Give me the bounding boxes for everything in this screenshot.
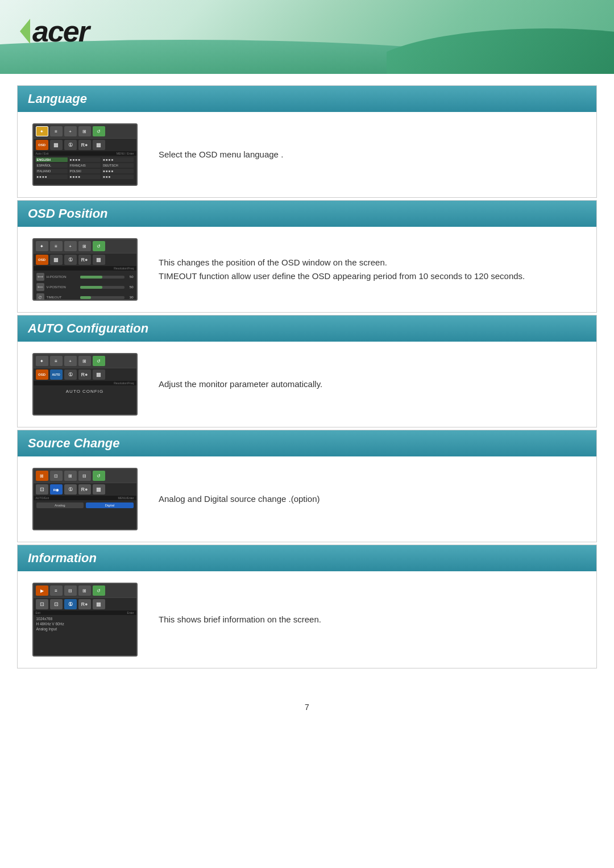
- info-input: Analog Input: [36, 627, 134, 631]
- pos-icon-b3: R●: [78, 255, 91, 265]
- v-pos-icon: ⟸: [36, 283, 44, 291]
- page-header: acer: [0, 0, 614, 74]
- osd-auto-exit-label: Auto / Exit: [36, 152, 49, 155]
- timeout-bar-bg: [80, 296, 125, 299]
- info-icon-i5: ↺: [93, 585, 105, 596]
- page-number: 7: [305, 703, 309, 712]
- osd-position-text-line2: TIMEOUT function allow user define the O…: [159, 271, 525, 281]
- osd-position-title: OSD Position: [28, 206, 108, 221]
- icon-b1: ▦: [50, 140, 63, 150]
- language-description: Select the OSD menu language .: [159, 148, 586, 161]
- info-icon-b4: R●: [78, 599, 91, 609]
- osd-bottom-icon-bar: OSD ▦ ① R● ▦: [34, 138, 136, 151]
- lang-francais: FRANÇAIS: [69, 163, 101, 168]
- src-icon-b2: R◉: [50, 484, 63, 495]
- auto-icon-menu: ≡: [50, 356, 63, 366]
- h-pos-icon: ⟺: [36, 273, 44, 281]
- src-auto-exit-label: AUTO/Exit: [36, 496, 49, 500]
- language-section-header: Language: [18, 86, 596, 112]
- source-change-mockup: ⊠ ⊡ ⊞ ⊟ ↺ ⊡ R◉ ① R● ▦ AUTO/Exit: [32, 468, 138, 530]
- lang-dots6: ■ ■ ■: [102, 175, 134, 179]
- auto-icon-power: ↺: [93, 356, 105, 366]
- source-change-header: Source Change: [18, 430, 596, 456]
- info-exit-label: Exit: [36, 611, 40, 614]
- pos-icon-b2: ①: [64, 255, 77, 265]
- language-grid: ENGLISH ■ ■ ■ ■ ■ ■ ■ ■ ESPAÑOL FRANÇAIS…: [34, 156, 136, 181]
- information-header: Information: [18, 545, 596, 571]
- pos-icon-power: ↺: [93, 241, 105, 251]
- auto-icon-osd: OSD: [36, 369, 48, 380]
- pos-icon-b4: ▦: [93, 255, 105, 265]
- info-icon-b1: ⊡: [36, 599, 48, 609]
- pos-icon-b1: ▦: [50, 255, 63, 265]
- source-change-title: Source Change: [28, 436, 119, 450]
- auto-config-title: AUTO Configuration: [28, 321, 148, 335]
- timeout-icon: ⏱: [36, 293, 44, 301]
- information-body: ▶ ≡ ⊟ ⊞ ↺ ⊡ ⊡ ① R● ▦ Exit: [18, 571, 596, 668]
- osd-position-description: This changes the position of the OSD win…: [159, 256, 586, 283]
- pos-icon-grid: ⊞: [78, 241, 91, 251]
- info-icon-b5: ▦: [93, 599, 105, 609]
- src-digital-btn: Digital: [86, 502, 134, 508]
- src-icon-s5: ↺: [93, 471, 105, 481]
- icon-plus: +: [64, 126, 77, 136]
- src-icon-b1: ⊡: [36, 484, 48, 495]
- icon-b4: ▦: [93, 140, 105, 150]
- v-pos-bar-fill: [80, 286, 102, 289]
- src-icon-s3: ⊞: [64, 471, 77, 481]
- auto-config-header: AUTO Configuration: [18, 315, 596, 342]
- lang-deutsch: DEUTSCH: [102, 163, 134, 168]
- source-change-section: Source Change ⊠ ⊡ ⊞ ⊟ ↺ ⊡ R◉ ①: [17, 430, 597, 542]
- v-pos-bar-bg: [80, 286, 125, 289]
- src-icon-b4: R●: [78, 484, 91, 495]
- source-change-description: Analog and Digital source change .(optio…: [159, 492, 586, 506]
- lang-english: ENGLISH: [36, 157, 68, 162]
- auto-icon-auto: AUTO: [50, 369, 63, 380]
- information-title: Information: [28, 551, 97, 565]
- info-icon-i3: ⊟: [64, 585, 77, 596]
- information-section: Information ▶ ≡ ⊟ ⊞ ↺ ⊡ ⊡ ① R●: [17, 545, 597, 668]
- language-section-body: ✦ ≡ + ⊞ ↺ OSD ▦ ① R● ▦ Auto / Exit: [18, 112, 596, 197]
- src-nav-bar: AUTO/Exit MENU/Enter: [34, 496, 136, 500]
- pos-top-icon-bar: ✦ ≡ + ⊞ ↺: [34, 239, 136, 253]
- src-analog-btn: Analog: [36, 502, 84, 508]
- pos-icon-settings: ✦: [36, 241, 48, 251]
- icon-b3: R●: [78, 140, 91, 150]
- auto-icon-plus: +: [64, 356, 77, 366]
- osd-menu-enter-label: MENU / Enter: [117, 152, 134, 155]
- info-nav-bar: Exit Enter: [34, 610, 136, 615]
- osd-top-icon-bar: ✦ ≡ + ⊞ ↺: [34, 124, 136, 138]
- timeout-value: 30: [127, 296, 134, 299]
- info-content-block: 1024x768 H 48KHz V 60Hz Analog Input: [34, 615, 136, 634]
- auto-config-image: ✦ ≡ + ⊞ ↺ OSD AUTO ① R● ▦ Resolution/Fre…: [28, 353, 142, 416]
- language-section: Language ✦ ≡ + ⊞ ↺ OSD ▦ ①: [17, 85, 597, 198]
- auto-nav-label: Resolution/Freq: [34, 381, 136, 385]
- osd-position-image: ✦ ≡ + ⊞ ↺ OSD ▦ ① R● ▦ Resolution/Freq: [28, 238, 142, 301]
- icon-settings: ✦: [36, 126, 48, 136]
- v-position-row: ⟸ V-POSITION 50: [36, 283, 134, 291]
- h-pos-value: 50: [127, 275, 134, 279]
- info-enter-label: Enter: [127, 611, 134, 614]
- osd-nav-labels: Auto / Exit MENU / Enter: [34, 151, 136, 156]
- auto-bottom-icon-bar: OSD AUTO ① R● ▦: [34, 368, 136, 381]
- info-icon-i1: ▶: [36, 585, 48, 596]
- src-icon-b5: ▦: [93, 484, 105, 495]
- icon-osd: OSD: [36, 140, 48, 150]
- h-position-row: ⟺ H-POSITION 50: [36, 273, 134, 281]
- pos-icon-osd: OSD: [36, 255, 48, 265]
- src-top-icon-bar-row1: ⊠ ⊡ ⊞ ⊟ ↺: [34, 469, 136, 483]
- icon-grid: ⊞: [78, 126, 91, 136]
- timeout-row: ⏱ TIMEOUT 30: [36, 293, 134, 301]
- source-change-image: ⊠ ⊡ ⊞ ⊟ ↺ ⊡ R◉ ① R● ▦ AUTO/Exit: [28, 468, 142, 530]
- h-pos-bar-fill: [80, 276, 102, 279]
- pos-icon-plus: +: [64, 241, 77, 251]
- timeout-bar-fill: [80, 296, 92, 299]
- v-pos-value: 50: [127, 285, 134, 289]
- information-mockup: ▶ ≡ ⊟ ⊞ ↺ ⊡ ⊡ ① R● ▦ Exit: [32, 583, 138, 657]
- osd-position-mockup: ✦ ≡ + ⊞ ↺ OSD ▦ ① R● ▦ Resolution/Freq: [32, 238, 138, 301]
- src-icon-s4: ⊟: [78, 471, 91, 481]
- info-frequency: H 48KHz V 60Hz: [36, 622, 134, 626]
- h-pos-label: H-POSITION: [47, 275, 78, 279]
- icon-menu: ≡: [50, 126, 63, 136]
- language-section-title: Language: [28, 92, 87, 106]
